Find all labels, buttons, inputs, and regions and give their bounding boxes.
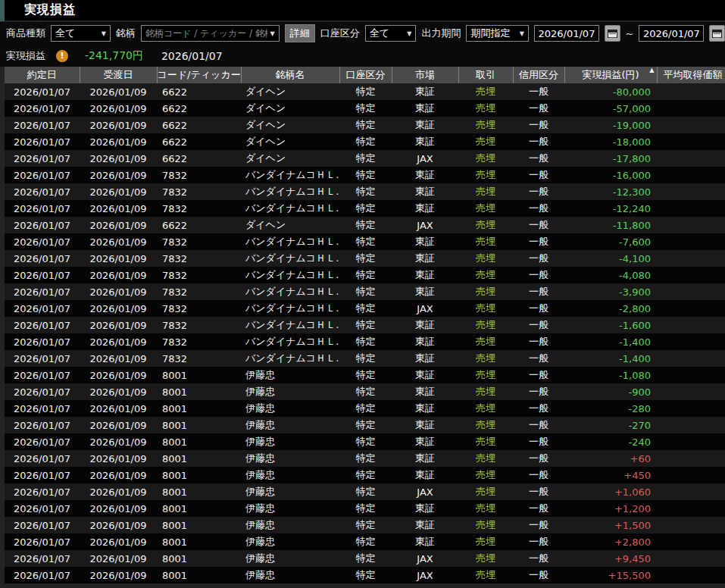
table-row[interactable]: 2026/01/072026/01/097832バンダイナムコＨＬ...特定東証… xyxy=(5,200,725,217)
table-row[interactable]: 2026/01/072026/01/097832バンダイナムコＨＬ...特定東証… xyxy=(5,350,725,367)
table-row[interactable]: 2026/01/072026/01/097832バンダイナムコＨＬ...特定東証… xyxy=(5,183,725,200)
cell-realized-pl: -57,000 xyxy=(564,100,657,117)
cell-trade-date: 2026/01/07 xyxy=(5,117,80,133)
table-row[interactable]: 2026/01/072026/01/098001伊藤忠特定東証売埋一般-900 xyxy=(5,383,725,400)
table-row[interactable]: 2026/01/072026/01/098001伊藤忠特定JAX売埋一般+9,4… xyxy=(5,550,725,567)
cell-symbol-name: 伊藤忠 xyxy=(241,517,339,533)
header-realized-pl[interactable]: 実現損益(円) ▲ xyxy=(564,67,657,83)
cell-avg-acquisition-price xyxy=(657,350,725,367)
table-row[interactable]: 2026/01/072026/01/098001伊藤忠特定東証売埋一般+450 xyxy=(5,467,725,483)
account-type-label: 口座区分 xyxy=(320,27,360,40)
cell-market: 東証 xyxy=(392,167,458,183)
table-row[interactable]: 2026/01/072026/01/098001伊藤忠特定JAX売埋一般+15,… xyxy=(5,567,725,583)
cell-avg-acquisition-price xyxy=(657,550,725,567)
table-row[interactable]: 2026/01/072026/01/098001伊藤忠特定東証売埋一般+60 xyxy=(5,450,725,467)
account-type-select[interactable]: 全て ▼ xyxy=(365,25,417,42)
cell-margin-type: 一般 xyxy=(513,417,564,433)
cell-account-type: 特定 xyxy=(339,350,392,367)
cell-symbol-name: 伊藤忠 xyxy=(241,400,339,417)
cell-avg-acquisition-price xyxy=(657,417,725,433)
cell-margin-type: 一般 xyxy=(513,500,564,517)
date-to-input[interactable] xyxy=(639,25,704,42)
cell-symbol-name: 伊藤忠 xyxy=(241,383,339,400)
table-row[interactable]: 2026/01/072026/01/098001伊藤忠特定東証売埋一般-280 xyxy=(5,400,725,417)
header-market[interactable]: 市場 xyxy=(392,67,458,83)
header-code-ticker[interactable]: コード/ティッカー xyxy=(157,67,241,83)
cell-avg-acquisition-price xyxy=(657,100,725,117)
cell-code: 8001 xyxy=(157,517,241,533)
cell-settle-date: 2026/01/09 xyxy=(80,467,157,483)
warning-icon[interactable]: ! xyxy=(56,50,68,62)
cell-market: 東証 xyxy=(392,500,458,517)
header-avg-acquisition-price[interactable]: 平均取得価額 xyxy=(657,67,725,83)
cell-trade-date: 2026/01/07 xyxy=(5,150,80,167)
cell-realized-pl: -11,800 xyxy=(564,217,657,233)
cell-symbol-name: 伊藤忠 xyxy=(241,550,339,567)
cell-trade-date: 2026/01/07 xyxy=(5,300,80,317)
table-row[interactable]: 2026/01/072026/01/098001伊藤忠特定東証売埋一般-270 xyxy=(5,417,725,433)
table-row[interactable]: 2026/01/072026/01/096622ダイヘン特定JAX売埋一般-17… xyxy=(5,150,725,167)
cell-market: 東証 xyxy=(392,467,458,483)
cell-code: 8001 xyxy=(157,467,241,483)
cell-account-type: 特定 xyxy=(339,83,392,100)
cell-settle-date: 2026/01/09 xyxy=(80,567,157,583)
table-row[interactable]: 2026/01/072026/01/097832バンダイナムコＨＬ...特定東証… xyxy=(5,250,725,267)
header-symbol-name[interactable]: 銘柄名 xyxy=(241,67,339,83)
table-row[interactable]: 2026/01/072026/01/096622ダイヘン特定JAX売埋一般-11… xyxy=(5,217,725,233)
chevron-down-icon: ▼ xyxy=(520,30,524,37)
product-type-select[interactable]: 全て ▼ xyxy=(51,25,111,42)
cell-realized-pl: -80,000 xyxy=(564,83,657,100)
cell-market: JAX xyxy=(392,483,458,500)
table-row[interactable]: 2026/01/072026/01/096622ダイヘン特定東証売埋一般-18,… xyxy=(5,133,725,150)
table-row[interactable]: 2026/01/072026/01/097832バンダイナムコＨＬ...特定東証… xyxy=(5,333,725,350)
table-row[interactable]: 2026/01/072026/01/097832バンダイナムコＨＬ...特定東証… xyxy=(5,267,725,283)
header-trade-date[interactable]: 約定日 xyxy=(5,67,80,83)
sort-ascending-icon[interactable]: ▲ xyxy=(649,67,654,74)
cell-market: 東証 xyxy=(392,133,458,150)
symbol-input[interactable] xyxy=(145,28,267,39)
cell-account-type: 特定 xyxy=(339,483,392,500)
cell-avg-acquisition-price xyxy=(657,267,725,283)
table-row[interactable]: 2026/01/072026/01/098001伊藤忠特定東証売埋一般+1,50… xyxy=(5,517,725,533)
detail-button[interactable]: 詳細 xyxy=(285,24,315,42)
period-select[interactable]: 期間指定 ▼ xyxy=(466,25,529,42)
symbol-combobox[interactable]: ▼ xyxy=(141,25,280,42)
table-row[interactable]: 2026/01/072026/01/098001伊藤忠特定東証売埋一般-1,08… xyxy=(5,367,725,383)
header-margin-type[interactable]: 信用区分 xyxy=(513,67,564,83)
cell-account-type: 特定 xyxy=(339,417,392,433)
date-from-input[interactable] xyxy=(534,25,599,42)
cell-trade-type: 売埋 xyxy=(458,550,513,567)
table-row[interactable]: 2026/01/072026/01/097832バンダイナムコＨＬ...特定東証… xyxy=(5,317,725,333)
cell-market: 東証 xyxy=(392,517,458,533)
cell-code: 6622 xyxy=(157,100,241,117)
cell-margin-type: 一般 xyxy=(513,400,564,417)
cell-avg-acquisition-price xyxy=(657,533,725,550)
header-account-type[interactable]: 口座区分 xyxy=(339,67,392,83)
date-to-calendar-button[interactable] xyxy=(709,25,725,42)
cell-realized-pl: -17,800 xyxy=(564,150,657,167)
cell-code: 8001 xyxy=(157,450,241,467)
table-row[interactable]: 2026/01/072026/01/098001伊藤忠特定東証売埋一般+1,20… xyxy=(5,500,725,517)
chevron-down-icon[interactable]: ▼ xyxy=(270,30,275,37)
table-row[interactable]: 2026/01/072026/01/098001伊藤忠特定JAX売埋一般+1,0… xyxy=(5,483,725,500)
table-row[interactable]: 2026/01/072026/01/097832バンダイナムコＨＬ...特定JA… xyxy=(5,300,725,317)
cell-margin-type: 一般 xyxy=(513,367,564,383)
table-row[interactable]: 2026/01/072026/01/096622ダイヘン特定東証売埋一般-19,… xyxy=(5,117,725,133)
cell-avg-acquisition-price xyxy=(657,450,725,467)
table-row[interactable]: 2026/01/072026/01/096622ダイヘン特定東証売埋一般-80,… xyxy=(5,83,725,100)
table-row[interactable]: 2026/01/072026/01/096622ダイヘン特定東証売埋一般-57,… xyxy=(5,100,725,117)
cell-trade-type: 売埋 xyxy=(458,383,513,400)
cell-market: 東証 xyxy=(392,267,458,283)
header-settle-date[interactable]: 受渡日 xyxy=(80,67,157,83)
table-row[interactable]: 2026/01/072026/01/097832バンダイナムコＨＬ...特定東証… xyxy=(5,233,725,250)
table-row[interactable]: 2026/01/072026/01/098001伊藤忠特定東証売埋一般-240 xyxy=(5,433,725,450)
date-from-calendar-button[interactable] xyxy=(605,25,620,42)
cell-avg-acquisition-price xyxy=(657,283,725,300)
cell-code: 8001 xyxy=(157,533,241,550)
cell-account-type: 特定 xyxy=(339,200,392,217)
table-row[interactable]: 2026/01/072026/01/098001伊藤忠特定東証売埋一般+2,80… xyxy=(5,533,725,550)
header-trade-type[interactable]: 取引 xyxy=(458,67,513,83)
table-row[interactable]: 2026/01/072026/01/097832バンダイナムコＨＬ...特定東証… xyxy=(5,283,725,300)
cell-realized-pl: +1,060 xyxy=(564,483,657,500)
table-row[interactable]: 2026/01/072026/01/097832バンダイナムコＨＬ...特定東証… xyxy=(5,167,725,183)
